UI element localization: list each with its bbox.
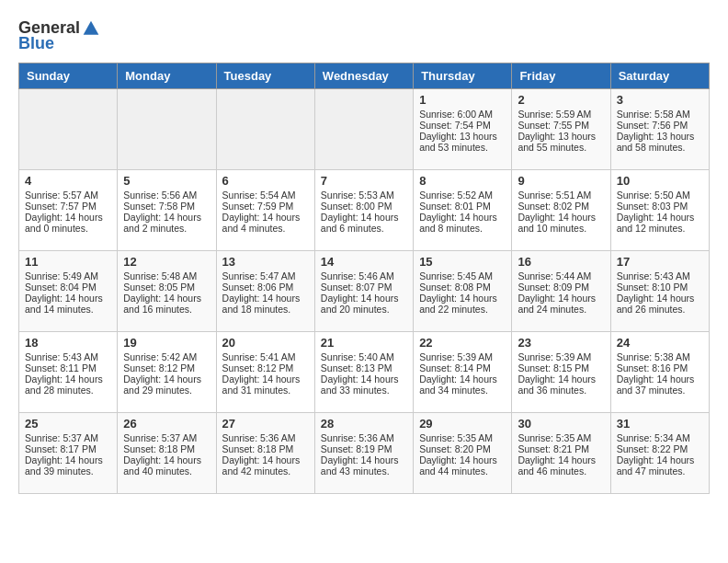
sunset-text: Sunset: 8:18 PM	[222, 443, 309, 454]
sunrise-text: Sunrise: 5:34 AM	[617, 432, 703, 443]
calendar-cell: 8Sunrise: 5:52 AMSunset: 8:01 PMDaylight…	[414, 170, 512, 251]
daylight-minutes-text: and 29 minutes.	[123, 385, 210, 396]
calendar-cell: 13Sunrise: 5:47 AMSunset: 8:06 PMDayligh…	[216, 251, 314, 332]
daylight-minutes-text: and 2 minutes.	[123, 223, 210, 234]
calendar-cell: 6Sunrise: 5:54 AMSunset: 7:59 PMDaylight…	[216, 170, 314, 251]
calendar-cell: 22Sunrise: 5:39 AMSunset: 8:14 PMDayligh…	[414, 332, 512, 413]
day-number: 21	[321, 336, 407, 350]
calendar-cell: 25Sunrise: 5:37 AMSunset: 8:17 PMDayligh…	[19, 413, 118, 494]
week-row-4: 18Sunrise: 5:43 AMSunset: 8:11 PMDayligh…	[19, 332, 710, 413]
day-number: 18	[25, 336, 111, 350]
daylight-minutes-text: and 40 minutes.	[123, 465, 210, 477]
day-number: 24	[617, 336, 703, 350]
day-header-saturday: Saturday	[610, 63, 709, 89]
daylight-text: Daylight: 14 hours	[518, 373, 604, 385]
sunrise-text: Sunrise: 5:59 AM	[518, 109, 604, 120]
sunset-text: Sunset: 8:13 PM	[321, 362, 407, 373]
day-number: 11	[25, 255, 111, 269]
calendar-cell	[19, 89, 118, 170]
daylight-text: Daylight: 14 hours	[321, 212, 407, 223]
day-number: 6	[222, 174, 309, 188]
sunrise-text: Sunrise: 5:37 AM	[25, 432, 111, 443]
day-number: 22	[419, 336, 506, 350]
week-row-1: 1Sunrise: 6:00 AMSunset: 7:54 PMDaylight…	[19, 89, 710, 170]
sunrise-text: Sunrise: 5:52 AM	[419, 190, 506, 201]
calendar-cell: 15Sunrise: 5:45 AMSunset: 8:08 PMDayligh…	[414, 251, 512, 332]
sunset-text: Sunset: 8:11 PM	[25, 362, 111, 373]
daylight-minutes-text: and 42 minutes.	[222, 465, 309, 477]
calendar-cell: 30Sunrise: 5:35 AMSunset: 8:21 PMDayligh…	[512, 413, 610, 494]
sunrise-text: Sunrise: 5:39 AM	[518, 351, 604, 362]
sunrise-text: Sunrise: 5:56 AM	[123, 190, 210, 201]
daylight-minutes-text: and 33 minutes.	[321, 385, 407, 396]
sunrise-text: Sunrise: 5:36 AM	[321, 432, 407, 443]
sunrise-text: Sunrise: 5:46 AM	[321, 270, 407, 282]
header: General Blue	[18, 18, 710, 53]
daylight-text: Daylight: 14 hours	[123, 373, 210, 385]
daylight-text: Daylight: 14 hours	[518, 212, 604, 223]
sunset-text: Sunset: 8:18 PM	[123, 443, 210, 454]
day-number: 13	[222, 255, 309, 269]
daylight-minutes-text: and 36 minutes.	[518, 385, 604, 396]
daylight-minutes-text: and 16 minutes.	[123, 304, 210, 315]
sunrise-text: Sunrise: 5:48 AM	[123, 270, 210, 282]
calendar-cell: 2Sunrise: 5:59 AMSunset: 7:55 PMDaylight…	[512, 89, 610, 170]
daylight-text: Daylight: 13 hours	[419, 131, 506, 142]
daylight-minutes-text: and 37 minutes.	[617, 385, 703, 396]
day-number: 8	[419, 174, 506, 188]
sunset-text: Sunset: 7:58 PM	[123, 201, 210, 212]
sunset-text: Sunset: 8:03 PM	[617, 201, 703, 212]
day-number: 4	[25, 174, 111, 188]
sunrise-text: Sunrise: 5:50 AM	[617, 190, 703, 201]
calendar-header-row: SundayMondayTuesdayWednesdayThursdayFrid…	[19, 63, 710, 89]
logo-blue-text: Blue	[18, 34, 54, 53]
calendar-cell: 23Sunrise: 5:39 AMSunset: 8:15 PMDayligh…	[512, 332, 610, 413]
calendar-cell: 3Sunrise: 5:58 AMSunset: 7:56 PMDaylight…	[610, 89, 709, 170]
daylight-minutes-text: and 43 minutes.	[321, 465, 407, 477]
calendar-body: 1Sunrise: 6:00 AMSunset: 7:54 PMDaylight…	[19, 89, 710, 494]
day-number: 25	[25, 417, 111, 431]
daylight-minutes-text: and 4 minutes.	[222, 223, 309, 234]
day-number: 26	[123, 417, 210, 431]
calendar-cell: 27Sunrise: 5:36 AMSunset: 8:18 PMDayligh…	[216, 413, 314, 494]
daylight-minutes-text: and 44 minutes.	[419, 465, 506, 477]
day-number: 19	[123, 336, 210, 350]
sunset-text: Sunset: 8:20 PM	[419, 443, 506, 454]
sunset-text: Sunset: 8:10 PM	[617, 282, 703, 293]
sunset-text: Sunset: 7:57 PM	[25, 201, 111, 212]
daylight-minutes-text: and 31 minutes.	[222, 385, 309, 396]
daylight-text: Daylight: 14 hours	[321, 293, 407, 304]
daylight-minutes-text: and 55 minutes.	[518, 142, 604, 153]
daylight-minutes-text: and 8 minutes.	[419, 223, 506, 234]
calendar-table: SundayMondayTuesdayWednesdayThursdayFrid…	[18, 63, 710, 494]
calendar-cell: 11Sunrise: 5:49 AMSunset: 8:04 PMDayligh…	[19, 251, 118, 332]
sunset-text: Sunset: 8:08 PM	[419, 282, 506, 293]
daylight-text: Daylight: 14 hours	[25, 373, 111, 385]
daylight-text: Daylight: 13 hours	[518, 131, 604, 142]
sunset-text: Sunset: 8:12 PM	[222, 362, 309, 373]
sunset-text: Sunset: 8:01 PM	[419, 201, 506, 212]
calendar-cell: 14Sunrise: 5:46 AMSunset: 8:07 PMDayligh…	[314, 251, 413, 332]
day-header-thursday: Thursday	[414, 63, 512, 89]
daylight-minutes-text: and 0 minutes.	[25, 223, 111, 234]
day-number: 30	[518, 417, 604, 431]
daylight-text: Daylight: 14 hours	[222, 212, 309, 223]
sunrise-text: Sunrise: 5:47 AM	[222, 270, 309, 282]
calendar-cell: 17Sunrise: 5:43 AMSunset: 8:10 PMDayligh…	[610, 251, 709, 332]
daylight-text: Daylight: 14 hours	[25, 293, 111, 304]
daylight-text: Daylight: 14 hours	[25, 454, 111, 465]
day-header-monday: Monday	[118, 63, 216, 89]
sunset-text: Sunset: 8:07 PM	[321, 282, 407, 293]
calendar-cell: 21Sunrise: 5:40 AMSunset: 8:13 PMDayligh…	[314, 332, 413, 413]
sunrise-text: Sunrise: 5:53 AM	[321, 190, 407, 201]
sunrise-text: Sunrise: 5:43 AM	[25, 351, 111, 362]
daylight-text: Daylight: 14 hours	[222, 293, 309, 304]
calendar-cell: 19Sunrise: 5:42 AMSunset: 8:12 PMDayligh…	[118, 332, 216, 413]
sunrise-text: Sunrise: 5:54 AM	[222, 190, 309, 201]
sunset-text: Sunset: 7:55 PM	[518, 120, 604, 131]
day-number: 14	[321, 255, 407, 269]
day-number: 10	[617, 174, 703, 188]
daylight-text: Daylight: 14 hours	[123, 454, 210, 465]
daylight-text: Daylight: 14 hours	[419, 373, 506, 385]
sunrise-text: Sunrise: 5:41 AM	[222, 351, 309, 362]
